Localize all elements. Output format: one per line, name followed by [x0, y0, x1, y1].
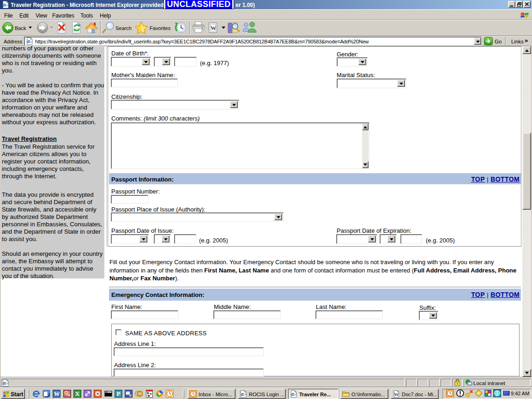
svg-text:e: e [3, 2, 6, 7]
svg-text:W: W [211, 25, 216, 31]
svg-text:e: e [27, 38, 30, 44]
svg-text:X: X [75, 391, 80, 397]
svg-text:e: e [291, 391, 294, 397]
svg-text:W: W [394, 392, 399, 397]
svg-text:P: P [117, 391, 121, 397]
svg-text:W: W [54, 391, 60, 397]
svg-text:e: e [3, 380, 6, 386]
svg-text:e: e [241, 391, 244, 397]
